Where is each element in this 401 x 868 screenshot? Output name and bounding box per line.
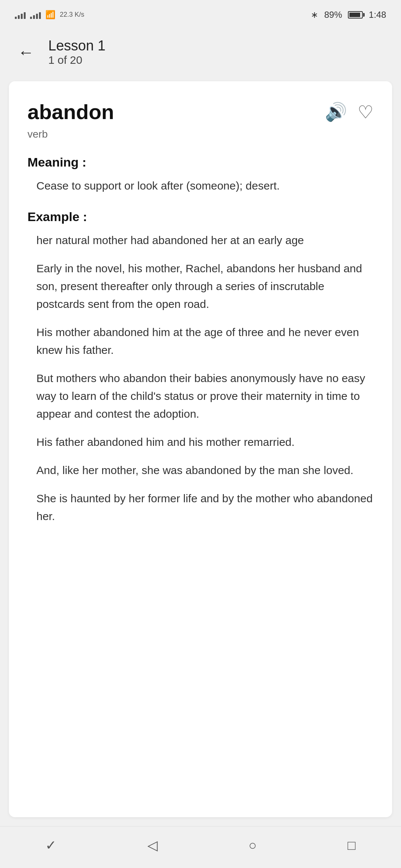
signal-bars-2: [30, 11, 41, 19]
nav-checkmark[interactable]: ✓: [34, 834, 68, 857]
definition-text: Cease to support or look after (someone)…: [27, 177, 374, 195]
examples-list: her natural mother had abandoned her at …: [27, 231, 374, 525]
lesson-progress: 1 of 20: [48, 54, 105, 66]
example-item: His father abandoned him and his mother …: [36, 433, 374, 451]
bottom-nav: ✓ ◁ ○ □: [0, 826, 401, 868]
battery-container: [348, 11, 363, 19]
example-item: And, like her mother, she was abandoned …: [36, 461, 374, 479]
favorite-icon[interactable]: ♡: [358, 102, 374, 122]
nav-square[interactable]: □: [336, 834, 367, 857]
meaning-label: Meaning :: [27, 155, 374, 170]
battery-fill: [349, 13, 360, 17]
part-of-speech: verb: [27, 128, 374, 140]
example-item: Early in the novel, his mother, Rachel, …: [36, 260, 374, 313]
example-item: But mothers who abandon their babies ano…: [36, 369, 374, 423]
word-card: abandon 🔊 ♡ verb Meaning : Cease to supp…: [9, 81, 392, 817]
signal-bars-1: [15, 11, 26, 19]
example-item: His mother abandoned him at the age of t…: [36, 323, 374, 359]
example-label: Example :: [27, 210, 374, 224]
example-item: her natural mother had abandoned her at …: [36, 231, 374, 249]
back-button[interactable]: ←: [15, 43, 37, 62]
wifi-icon: 📶: [45, 10, 55, 20]
time-display: 1:48: [369, 10, 386, 20]
status-bar: 📶 22.3 K/s ∗ 89% 1:48: [0, 0, 401, 27]
battery-percent: 89%: [324, 10, 342, 20]
bluetooth-icon: ∗: [311, 10, 318, 20]
sound-icon[interactable]: 🔊: [325, 102, 347, 122]
word-row: abandon 🔊 ♡: [27, 100, 374, 124]
header-text: Lesson 1 1 of 20: [48, 38, 105, 66]
nav-home[interactable]: ○: [238, 834, 268, 857]
battery-icon: [348, 11, 363, 19]
word-icons: 🔊 ♡: [325, 102, 374, 122]
status-left: 📶 22.3 K/s: [15, 10, 84, 20]
nav-back[interactable]: ◁: [136, 834, 169, 857]
example-item: She is haunted by her former life and by…: [36, 490, 374, 525]
network-speed: 22.3 K/s: [60, 11, 84, 19]
word-heading: abandon: [27, 100, 114, 124]
header: ← Lesson 1 1 of 20: [0, 27, 401, 78]
lesson-title: Lesson 1: [48, 38, 105, 54]
status-right: ∗ 89% 1:48: [311, 10, 386, 20]
